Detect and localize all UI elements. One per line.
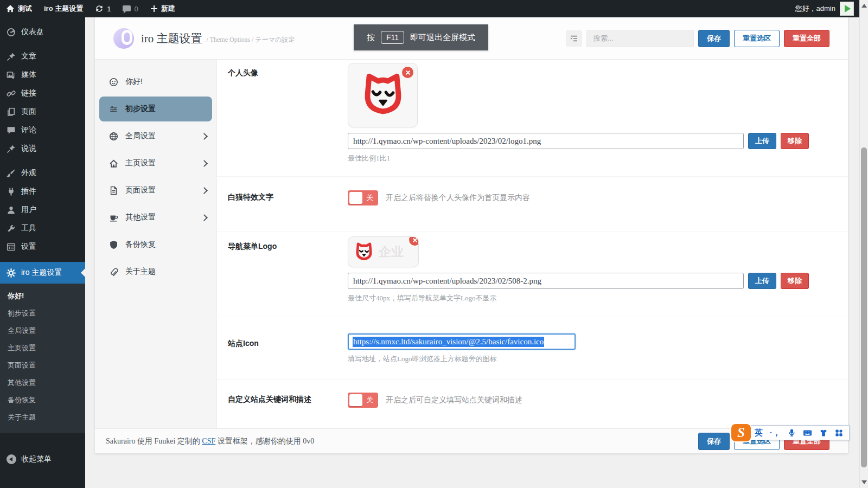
settings-row-avatar: 个人头像 上传: [217, 60, 848, 177]
plus-icon: [150, 5, 158, 12]
nav-global-settings[interactable]: 全局设置: [95, 123, 216, 150]
save-button[interactable]: 保存: [698, 30, 730, 47]
sidebar-item-iro-theme[interactable]: iro 主题设置: [0, 262, 85, 284]
sidebar-item-links[interactable]: 链接: [0, 84, 85, 102]
chevron-right-icon: [201, 187, 208, 194]
search-input[interactable]: [586, 30, 694, 47]
pin-icon: [6, 144, 16, 153]
submenu-hello[interactable]: 你好!: [0, 287, 85, 305]
avatar-logo: [845, 5, 851, 12]
link-icon: [6, 89, 16, 98]
user-icon: [6, 206, 16, 215]
sidebar-item-users[interactable]: 用户: [0, 201, 85, 219]
sidebar-item-comments[interactable]: 评论: [0, 121, 85, 139]
submenu-other-settings[interactable]: 其他设置: [0, 374, 85, 391]
sidebar-item-plugins[interactable]: 插件: [0, 182, 85, 201]
avatar-url-input[interactable]: [348, 133, 744, 149]
fullscreen-toast: 按 F11 即可退出全屏模式: [354, 24, 488, 50]
csf-link[interactable]: CSF: [202, 437, 215, 445]
ime-punctuation-icon[interactable]: ·，: [770, 428, 781, 438]
submenu-basic-settings[interactable]: 初步设置: [0, 305, 85, 322]
nav-logo-preview[interactable]: 企业: [348, 236, 419, 267]
save-button-bottom[interactable]: 保存: [698, 433, 730, 450]
theme-logo-icon: [113, 28, 134, 49]
submenu-backup-restore[interactable]: 备份恢复: [0, 391, 85, 409]
microphone-icon[interactable]: [788, 429, 796, 437]
field-hint: 填写地址，站点Logo即浏览器上方标题旁的图标: [348, 354, 848, 364]
sidebar-item-tools[interactable]: 工具: [0, 219, 85, 237]
admin-bar-theme-page[interactable]: iro 主题设置: [38, 0, 89, 17]
page-subtitle: / Theme Options / テーマの設定: [207, 35, 295, 44]
admin-bar-site[interactable]: 测试: [0, 0, 38, 17]
admin-content-area: iro 主题设置 / Theme Options / テーマの設定 保存 重置选…: [85, 17, 859, 488]
remove-button[interactable]: 移除: [781, 273, 809, 289]
nav-backup-restore[interactable]: 备份恢复: [95, 231, 216, 258]
nav-logo-url-input[interactable]: [348, 273, 744, 289]
nav-about-theme[interactable]: 关于主题: [95, 258, 216, 285]
upload-button[interactable]: 上传: [748, 133, 776, 149]
site-icon-input[interactable]: https://s.nmxc.ltd/sakurairo_vision/@2.5…: [348, 333, 576, 350]
panel-header: iro 主题设置 / Theme Options / テーマの設定 保存 重置选…: [95, 17, 848, 60]
sidebar-item-pages[interactable]: 页面: [0, 102, 85, 121]
avatar-image-preview[interactable]: [348, 63, 418, 127]
sidebar-item-dashboard[interactable]: 仪表盘: [0, 23, 85, 41]
submenu-global-settings[interactable]: 全局设置: [0, 322, 85, 339]
scrollbar-thumb[interactable]: [861, 147, 867, 467]
field-hint: 开启之后将替换个人头像作为首页显示内容: [386, 193, 530, 203]
wrench-icon: [6, 224, 16, 233]
reset-section-button[interactable]: 重置选区: [734, 30, 780, 47]
scroll-up-arrow-icon[interactable]: [861, 4, 867, 8]
skin-tshirt-icon[interactable]: [819, 429, 828, 437]
submenu-about-theme[interactable]: 关于主题: [0, 409, 85, 426]
document-icon: [109, 186, 118, 195]
submenu-page-settings[interactable]: 页面设置: [0, 357, 85, 374]
greeting[interactable]: 您好，admin: [795, 4, 835, 14]
sogou-logo-icon[interactable]: S: [731, 424, 751, 441]
browser-scrollbar[interactable]: [859, 0, 868, 488]
toggle-cat-text-off[interactable]: 关: [348, 190, 378, 206]
update-icon: [95, 4, 104, 13]
field-hint: 最佳尺寸40px，填写后导航菜单文字Logo不显示: [348, 293, 848, 303]
comments-icon: [6, 126, 16, 135]
field-label: 个人头像: [217, 63, 348, 163]
chevron-right-icon: [201, 214, 208, 221]
toolbox-grid-icon[interactable]: [835, 429, 843, 437]
sidebar-item-media[interactable]: 媒体: [0, 66, 85, 84]
admin-bar-new[interactable]: 新建: [144, 0, 181, 17]
admin-bar-updates[interactable]: 1: [89, 0, 117, 17]
collapse-menu-button[interactable]: 收起菜单: [0, 450, 85, 468]
remove-image-icon[interactable]: [402, 67, 413, 78]
ime-language-toggle[interactable]: 英: [755, 428, 763, 438]
globe-icon: [109, 132, 118, 141]
expand-all-icon[interactable]: [566, 30, 582, 47]
remove-button[interactable]: 移除: [781, 133, 809, 149]
field-hint: 最佳比例1比1: [348, 153, 848, 163]
cup-icon: [109, 213, 118, 222]
sidebar-item-posts[interactable]: 文章: [0, 47, 85, 66]
toggle-knob: [349, 192, 362, 204]
toggle-custom-seo-off[interactable]: 关: [348, 393, 378, 408]
remove-image-icon[interactable]: [409, 236, 419, 246]
scroll-down-arrow-icon[interactable]: [861, 480, 867, 484]
home-icon: [6, 4, 15, 13]
logo-watermark: 企业: [379, 243, 404, 260]
submenu-home-settings[interactable]: 主页设置: [0, 339, 85, 357]
upload-button[interactable]: 上传: [748, 273, 776, 289]
nav-basic-settings[interactable]: 初步设置: [99, 97, 212, 121]
admin-bar-comments[interactable]: 0: [117, 0, 144, 17]
nav-page-settings[interactable]: 页面设置: [95, 177, 216, 204]
keyboard-icon[interactable]: [803, 429, 812, 437]
sidebar-item-settings[interactable]: 设置: [0, 237, 85, 256]
nav-other-settings[interactable]: 其他设置: [95, 204, 216, 231]
nav-home-settings[interactable]: 主页设置: [95, 150, 216, 177]
sogou-ime-toolbar: S 英 ·，: [731, 424, 850, 441]
nav-hello[interactable]: 你好!: [95, 68, 216, 95]
update-count: 1: [107, 5, 111, 13]
sidebar-item-shuoshuo[interactable]: 说说: [0, 139, 85, 158]
reset-all-button[interactable]: 重置全部: [784, 30, 829, 47]
sidebar-item-appearance[interactable]: 外观: [0, 164, 85, 182]
avatar[interactable]: [840, 2, 854, 16]
collapse-arrow-icon: [6, 454, 16, 464]
shield-icon: [109, 240, 118, 249]
home-icon: [109, 159, 118, 168]
